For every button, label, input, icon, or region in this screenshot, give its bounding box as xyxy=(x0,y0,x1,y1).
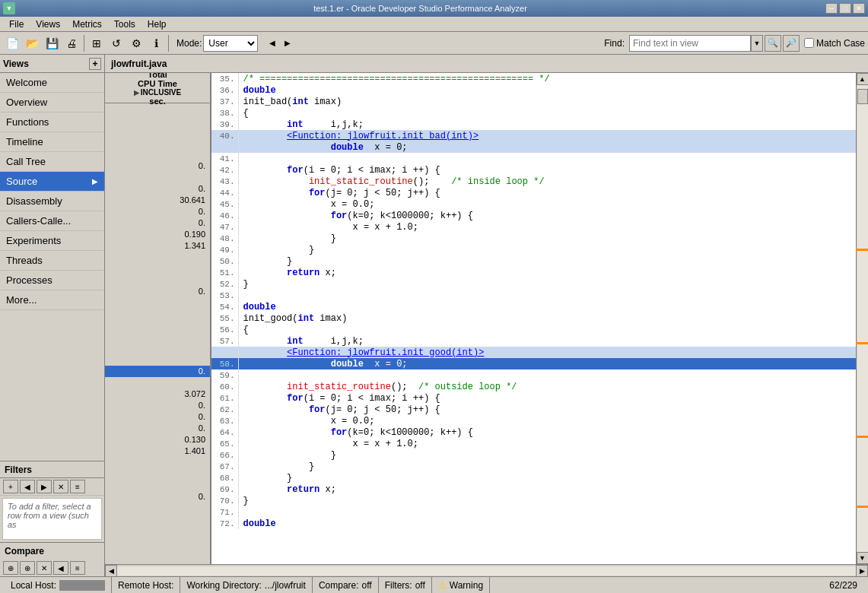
compare-remove-button[interactable]: ✕ xyxy=(37,561,52,575)
filters-value: off xyxy=(415,580,425,591)
window-title: test.1.er - Oracle Developer Studio Perf… xyxy=(15,4,825,13)
table-row: 38.{ xyxy=(211,107,856,119)
filter-add-button[interactable]: + xyxy=(3,480,18,493)
menu-help[interactable]: Help xyxy=(141,17,173,31)
inclusive-row: ▶ INCLUSIVE xyxy=(134,88,181,97)
metric-67 xyxy=(105,468,210,480)
filter-delete-button[interactable]: ✕ xyxy=(53,480,68,493)
metric-62: 0. xyxy=(105,411,210,423)
metric-63: 0. xyxy=(105,423,210,434)
sidebar-item-more[interactable]: More... xyxy=(0,290,104,310)
find-dropdown[interactable]: ▼ xyxy=(751,35,763,52)
metric-41: 0. xyxy=(105,183,210,195)
table-row: 57. int i,j,k; xyxy=(211,335,856,347)
maximize-button[interactable]: □ xyxy=(839,3,851,14)
app-icon: ▼ xyxy=(3,2,15,14)
sidebar-item-functions[interactable]: Functions xyxy=(0,113,104,132)
filters-toolbar: + ◀ ▶ ✕ ≡ xyxy=(0,478,104,496)
vertical-scrollbar[interactable]: ▲ ▼ xyxy=(856,73,868,564)
metric-40b xyxy=(105,172,210,183)
metric-51 xyxy=(105,297,210,309)
sidebar-item-timeline[interactable]: Timeline xyxy=(0,132,104,152)
h-scroll-track[interactable] xyxy=(117,566,856,576)
metric-36 xyxy=(105,115,210,126)
sidebar-item-overview[interactable]: Overview xyxy=(0,93,104,113)
metric-69: 0. xyxy=(105,491,210,503)
scroll-left-arrow[interactable]: ◀ xyxy=(105,565,117,577)
compare-menu-button[interactable]: ≡ xyxy=(70,561,85,575)
match-case-container: Match Case xyxy=(804,38,865,49)
metric-59 xyxy=(105,377,210,388)
close-button[interactable]: ✕ xyxy=(853,3,865,14)
print-button[interactable]: 🖨 xyxy=(62,34,81,52)
sidebar-item-processes[interactable]: Processes xyxy=(0,271,104,290)
metric-50: 0. xyxy=(105,286,210,297)
find-prev-button[interactable]: 🔍 xyxy=(765,35,781,52)
window-controls[interactable]: ─ □ ✕ xyxy=(825,3,865,14)
new-button[interactable]: 📄 xyxy=(3,34,21,52)
metric-65: 1.401 xyxy=(105,446,210,457)
working-dir-item: Working Directory: .../jlowfruit xyxy=(180,577,312,593)
reload-button[interactable]: ↺ xyxy=(107,34,126,52)
sidebar-item-source[interactable]: Source ▶ xyxy=(0,172,104,192)
menu-views[interactable]: Views xyxy=(30,17,66,31)
sidebar-item-threads[interactable]: Threads xyxy=(0,251,104,271)
scroll-right-arrow[interactable]: ▶ xyxy=(856,565,868,577)
table-row: 69. return x; xyxy=(211,484,856,495)
metric-43: 0. xyxy=(105,206,210,217)
menu-tools[interactable]: Tools xyxy=(108,17,141,31)
filters-item: Filters: off xyxy=(379,577,432,593)
scroll-marker-3 xyxy=(856,436,868,438)
add-view-button[interactable]: + xyxy=(89,58,101,70)
metrics-unit: sec. xyxy=(149,97,165,106)
menu-metrics[interactable]: Metrics xyxy=(66,17,108,31)
filter-forward-button[interactable]: ▶ xyxy=(37,480,52,493)
save-button[interactable]: 💾 xyxy=(43,34,61,52)
match-case-label: Match Case xyxy=(816,38,865,49)
mode-select[interactable]: User Expert Machine xyxy=(203,35,258,52)
scroll-track[interactable] xyxy=(857,85,868,552)
settings-button[interactable]: ⚙ xyxy=(127,34,145,52)
minimize-button[interactable]: ─ xyxy=(825,3,838,14)
scroll-thumb[interactable] xyxy=(857,89,868,104)
filter-back-button[interactable]: ◀ xyxy=(20,480,35,493)
compare-add-next-button[interactable]: ⊕ xyxy=(20,561,35,575)
table-row: 49. } xyxy=(211,244,856,255)
sidebar-item-welcome[interactable]: Welcome xyxy=(0,73,104,93)
nav-forward-button[interactable]: ▶ xyxy=(281,36,294,51)
file-name: jlowfruit.java xyxy=(111,59,167,69)
code-area[interactable]: 35./* ==================================… xyxy=(211,73,856,564)
metric-71 xyxy=(105,514,210,525)
compare-add-prev-button[interactable]: ⊕ xyxy=(3,561,18,575)
filter-button[interactable]: ⊞ xyxy=(87,34,106,52)
metric-37 xyxy=(105,126,210,138)
mode-label: Mode: xyxy=(176,38,202,49)
sidebar-item-calltree[interactable]: Call Tree xyxy=(0,152,104,172)
compare-page-prev-button[interactable]: ◀ xyxy=(53,561,68,575)
horizontal-scrollbar[interactable]: ◀ ▶ xyxy=(105,564,868,576)
metric-60: 3.072 xyxy=(105,388,210,400)
nav-back-button[interactable]: ◀ xyxy=(265,36,279,51)
scroll-up-arrow[interactable]: ▲ xyxy=(857,73,869,85)
table-row: double x = 0; xyxy=(211,141,856,153)
sidebar-item-callers-callees[interactable]: Callers-Calle... xyxy=(0,211,104,231)
filters-header: Filters xyxy=(0,461,104,478)
match-case-checkbox[interactable] xyxy=(804,38,814,48)
table-row: 44. for(j= 0; j < 50; j++) { xyxy=(211,187,856,198)
metric-46: 1.341 xyxy=(105,240,210,252)
table-row: 42. for(i = 0; i < imax; i ++) { xyxy=(211,164,856,176)
toolbar: 📄 📂 💾 🖨 ⊞ ↺ ⚙ ℹ Mode: User Expert Machin… xyxy=(0,32,868,55)
table-row: <Function: jlowfruit.init_good(int)> xyxy=(211,347,856,358)
menu-file[interactable]: File xyxy=(3,17,30,31)
table-row: 39. int i,j,k; xyxy=(211,119,856,130)
filter-menu-button[interactable]: ≡ xyxy=(70,480,85,493)
metric-68 xyxy=(105,480,210,491)
open-button[interactable]: 📂 xyxy=(23,34,41,52)
sidebar-item-experiments[interactable]: Experiments xyxy=(0,231,104,251)
info-button[interactable]: ℹ xyxy=(147,34,165,52)
metric-53 xyxy=(105,320,210,331)
find-input[interactable] xyxy=(629,35,751,52)
sidebar-item-disassembly[interactable]: Disassembly xyxy=(0,192,104,211)
find-next-button[interactable]: 🔎 xyxy=(783,35,800,52)
scroll-down-arrow[interactable]: ▼ xyxy=(857,552,869,564)
